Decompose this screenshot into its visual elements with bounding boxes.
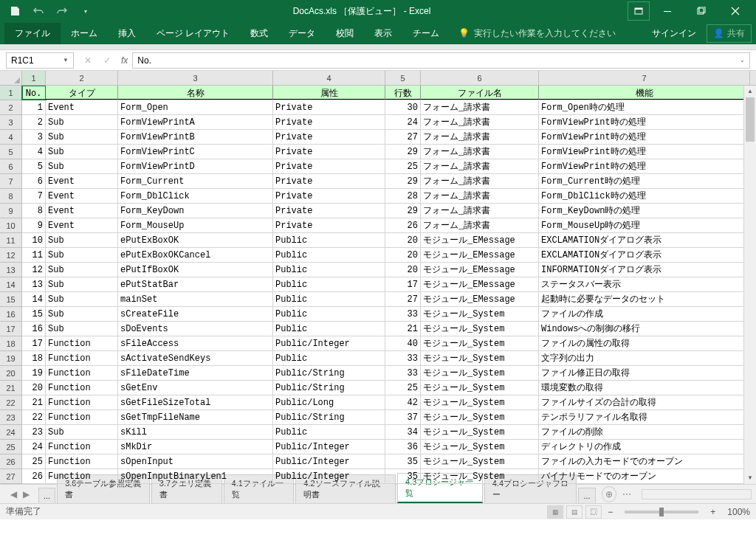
zoom-slider[interactable] xyxy=(625,511,698,513)
data-cell[interactable]: 13 xyxy=(22,277,46,291)
header-cell[interactable]: 機能 xyxy=(539,86,750,100)
data-cell[interactable]: 23 xyxy=(22,425,46,439)
data-cell[interactable]: 40 xyxy=(385,336,421,350)
data-cell[interactable]: FormViewPrint時の処理 xyxy=(539,145,750,159)
data-cell[interactable]: ファイルの属性の取得 xyxy=(539,336,750,350)
row-header[interactable]: 14 xyxy=(0,277,22,292)
scroll-thumb[interactable] xyxy=(746,97,755,142)
data-cell[interactable]: ファイルの入力モードでのオープン xyxy=(539,454,750,468)
data-cell[interactable]: 35 xyxy=(385,454,421,468)
data-cell[interactable]: sCreateFile xyxy=(118,307,273,321)
data-cell[interactable]: フォーム_請求書 xyxy=(421,174,539,188)
data-cell[interactable]: モジュール_EMessage xyxy=(421,233,539,247)
data-cell[interactable]: フォーム_請求書 xyxy=(421,189,539,203)
data-cell[interactable]: 6 xyxy=(22,174,46,188)
ribbon-tab-4[interactable]: 数式 xyxy=(240,23,278,44)
data-cell[interactable]: 26 xyxy=(385,218,421,232)
ribbon-tab-3[interactable]: ページ レイアウト xyxy=(146,23,240,44)
data-cell[interactable]: Form_KeyDown xyxy=(118,204,273,218)
data-cell[interactable]: モジュール_System xyxy=(421,395,539,409)
data-cell[interactable]: Public/Integer xyxy=(273,454,385,468)
data-cell[interactable]: 環境変数の取得 xyxy=(539,381,750,395)
data-cell[interactable]: 25 xyxy=(22,454,46,468)
data-cell[interactable]: Sub xyxy=(46,292,118,306)
data-cell[interactable]: Private xyxy=(273,159,385,173)
data-cell[interactable]: モジュール_EMessage xyxy=(421,263,539,277)
data-cell[interactable]: Sub xyxy=(46,322,118,336)
data-cell[interactable]: Function xyxy=(46,366,118,380)
data-cell[interactable]: Private xyxy=(273,174,385,188)
data-cell[interactable]: Private xyxy=(273,145,385,159)
data-cell[interactable]: 18 xyxy=(22,351,46,365)
data-cell[interactable]: Private xyxy=(273,100,385,114)
data-cell[interactable]: Sub xyxy=(46,145,118,159)
row-header[interactable]: 15 xyxy=(0,292,22,307)
data-cell[interactable]: 30 xyxy=(385,100,421,114)
col-header[interactable]: 7 xyxy=(539,71,750,85)
col-header[interactable]: 5 xyxy=(385,71,421,85)
data-cell[interactable]: モジュール_System xyxy=(421,425,539,439)
data-cell[interactable]: 34 xyxy=(385,425,421,439)
data-cell[interactable]: フォーム_請求書 xyxy=(421,115,539,129)
data-cell[interactable]: 24 xyxy=(22,440,46,454)
scroll-down-button[interactable]: ▼ xyxy=(744,472,756,484)
data-cell[interactable]: Sub xyxy=(46,248,118,262)
data-cell[interactable]: ファイルサイズの合計の取得 xyxy=(539,395,750,409)
data-cell[interactable]: 7 xyxy=(22,189,46,203)
cancel-formula-button[interactable]: ✕ xyxy=(81,55,94,66)
row-header[interactable]: 13 xyxy=(0,263,22,277)
formula-input[interactable]: No. ⌄ xyxy=(132,52,750,69)
sheets-more[interactable]: ⋯ xyxy=(616,489,637,499)
chevron-down-icon[interactable]: ▼ xyxy=(63,57,69,63)
data-cell[interactable]: Sub xyxy=(46,233,118,247)
data-cell[interactable]: FormViewPrintC xyxy=(118,145,273,159)
data-cell[interactable]: Public/Integer xyxy=(273,336,385,350)
data-cell[interactable]: sActivateSendKeys xyxy=(118,351,273,365)
undo-button[interactable] xyxy=(28,2,49,20)
header-cell[interactable]: No. xyxy=(22,86,46,100)
vertical-scrollbar[interactable]: ▲ ▼ xyxy=(743,86,756,484)
data-cell[interactable]: モジュール_System xyxy=(421,454,539,468)
data-cell[interactable]: ファイルの削除 xyxy=(539,425,750,439)
data-cell[interactable]: 24 xyxy=(385,115,421,129)
data-cell[interactable]: Sub xyxy=(46,159,118,173)
signin-link[interactable]: サインイン xyxy=(652,27,696,40)
data-cell[interactable]: 8 xyxy=(22,204,46,218)
data-cell[interactable]: Public xyxy=(273,263,385,277)
data-cell[interactable]: Private xyxy=(273,115,385,129)
data-cell[interactable]: 3 xyxy=(22,130,46,144)
cells-area[interactable]: No.タイプ名称属性行数ファイル名機能1EventForm_OpenPrivat… xyxy=(22,86,756,484)
data-cell[interactable]: Function xyxy=(46,410,118,424)
data-cell[interactable]: Public/String xyxy=(273,381,385,395)
row-header[interactable]: 10 xyxy=(0,218,22,233)
data-cell[interactable]: Public xyxy=(273,307,385,321)
data-cell[interactable]: Sub xyxy=(46,263,118,277)
data-cell[interactable]: EXCLAMATIONダイアログ表示 xyxy=(539,233,750,247)
row-header[interactable]: 7 xyxy=(0,174,22,189)
data-cell[interactable]: 20 xyxy=(385,263,421,277)
data-cell[interactable]: Public xyxy=(273,351,385,365)
data-cell[interactable]: Public xyxy=(273,233,385,247)
data-cell[interactable]: 22 xyxy=(22,410,46,424)
data-cell[interactable]: モジュール_EMessage xyxy=(421,248,539,262)
col-header[interactable]: 1 xyxy=(22,71,46,85)
data-cell[interactable]: Function xyxy=(46,351,118,365)
data-cell[interactable]: モジュール_System xyxy=(421,440,539,454)
ribbon-tab-2[interactable]: 挿入 xyxy=(108,23,146,44)
enter-formula-button[interactable]: ✓ xyxy=(100,55,114,66)
data-cell[interactable]: 2 xyxy=(22,115,46,129)
col-header[interactable]: 4 xyxy=(273,71,385,85)
data-cell[interactable]: sKill xyxy=(118,425,273,439)
col-header[interactable]: 3 xyxy=(118,71,273,85)
data-cell[interactable]: Function xyxy=(46,381,118,395)
data-cell[interactable]: Event xyxy=(46,189,118,203)
data-cell[interactable]: Form_Current xyxy=(118,174,273,188)
minimize-button[interactable] xyxy=(651,1,684,21)
page-break-view-button[interactable]: ⿴ xyxy=(585,505,602,519)
row-header[interactable]: 8 xyxy=(0,189,22,204)
data-cell[interactable]: FormViewPrint時の処理 xyxy=(539,115,750,129)
data-cell[interactable]: Form_Open xyxy=(118,100,273,114)
data-cell[interactable]: 35 xyxy=(385,469,421,483)
data-cell[interactable]: モジュール_System xyxy=(421,366,539,380)
sheet-nav[interactable]: ◀▶ xyxy=(4,489,35,499)
